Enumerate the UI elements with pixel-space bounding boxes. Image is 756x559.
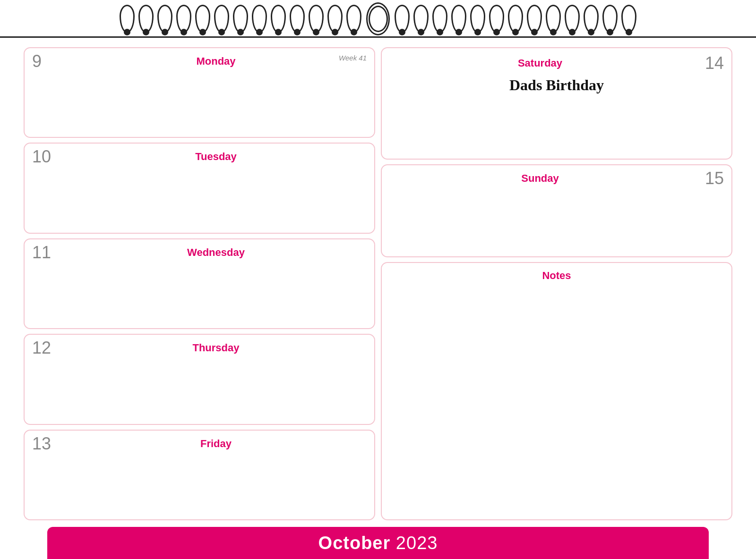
coil-center: [366, 2, 390, 35]
notes-box[interactable]: Notes: [381, 262, 732, 520]
coil-7: [233, 5, 248, 33]
coil-16: [432, 5, 447, 33]
sunday-box[interactable]: Sunday 15: [381, 164, 732, 258]
calendar-page: Week 41 9 Monday 10 Tuesday: [0, 0, 756, 559]
monday-box[interactable]: Week 41 9 Monday: [24, 47, 375, 138]
coil-11: [309, 5, 324, 33]
wednesday-header: 11 Wednesday: [32, 244, 367, 261]
thursday-box[interactable]: 12 Thursday: [24, 334, 375, 424]
thursday-content: [32, 356, 367, 380]
friday-number: 13: [32, 435, 65, 452]
coil-23: [565, 5, 580, 33]
coil-8: [252, 5, 267, 33]
spiral-coils: [0, 0, 756, 38]
left-column: Week 41 9 Monday 10 Tuesday: [24, 47, 375, 520]
wednesday-content: [32, 261, 367, 285]
sunday-header: Sunday 15: [389, 170, 724, 187]
coil-9: [271, 5, 286, 33]
notes-content: [389, 282, 724, 305]
saturday-header: Saturday 14: [389, 55, 724, 72]
coil-17: [451, 5, 466, 33]
coil-13: [346, 5, 361, 33]
monday-header: 9 Monday: [32, 53, 367, 70]
coil-6: [214, 5, 229, 33]
tuesday-header: 10 Tuesday: [32, 148, 367, 165]
coil-3: [157, 5, 172, 33]
coil-20: [508, 5, 523, 33]
wednesday-box[interactable]: 11 Wednesday: [24, 238, 375, 329]
thursday-header: 12 Thursday: [32, 339, 367, 356]
coil-19: [489, 5, 504, 33]
coil-26: [621, 5, 636, 33]
coil-4: [176, 5, 191, 33]
sunday-number: 15: [691, 170, 724, 187]
thursday-number: 12: [32, 339, 65, 356]
coil-5: [195, 5, 210, 33]
saturday-number: 14: [691, 55, 724, 72]
calendar-grid: Week 41 9 Monday 10 Tuesday: [24, 47, 732, 520]
footer-year: 2023: [396, 533, 438, 553]
footer-month: October: [318, 533, 391, 553]
saturday-name: Saturday: [389, 57, 691, 69]
coil-22: [546, 5, 561, 33]
coil-12: [327, 5, 343, 33]
friday-header: 13 Friday: [32, 435, 367, 452]
wednesday-number: 11: [32, 244, 65, 261]
coil-1: [120, 5, 135, 33]
coil-24: [584, 5, 599, 33]
notes-title: Notes: [389, 270, 724, 282]
friday-content: [32, 452, 367, 476]
saturday-content: Dads Birthday: [389, 76, 724, 100]
monday-content: [32, 70, 367, 93]
wednesday-name: Wednesday: [65, 246, 367, 259]
tuesday-number: 10: [32, 148, 65, 165]
saturday-box[interactable]: Saturday 14 Dads Birthday: [381, 47, 732, 160]
coil-2: [138, 5, 154, 33]
sunday-name: Sunday: [389, 172, 691, 185]
saturday-event: Dads Birthday: [389, 76, 724, 94]
coil-14: [395, 5, 410, 33]
coil-18: [470, 5, 485, 33]
spiral-binding: [0, 0, 756, 38]
tuesday-content: [32, 165, 367, 189]
coil-15: [413, 5, 429, 33]
footer-text: October 2023: [318, 533, 438, 553]
week-label: Week 41: [339, 54, 367, 62]
coil-25: [602, 5, 618, 33]
calendar-content: Week 41 9 Monday 10 Tuesday: [0, 38, 756, 559]
monday-number: 9: [32, 53, 65, 70]
thursday-name: Thursday: [65, 342, 367, 354]
tuesday-name: Tuesday: [65, 151, 367, 163]
monday-name: Monday: [65, 55, 367, 68]
sunday-content: [389, 187, 724, 211]
friday-name: Friday: [65, 438, 367, 450]
right-column: Saturday 14 Dads Birthday Sunday 15: [381, 47, 732, 520]
friday-box[interactable]: 13 Friday: [24, 430, 375, 520]
footer-bar: October 2023: [47, 527, 709, 559]
coil-10: [290, 5, 305, 33]
tuesday-box[interactable]: 10 Tuesday: [24, 143, 375, 233]
coil-21: [527, 5, 542, 33]
